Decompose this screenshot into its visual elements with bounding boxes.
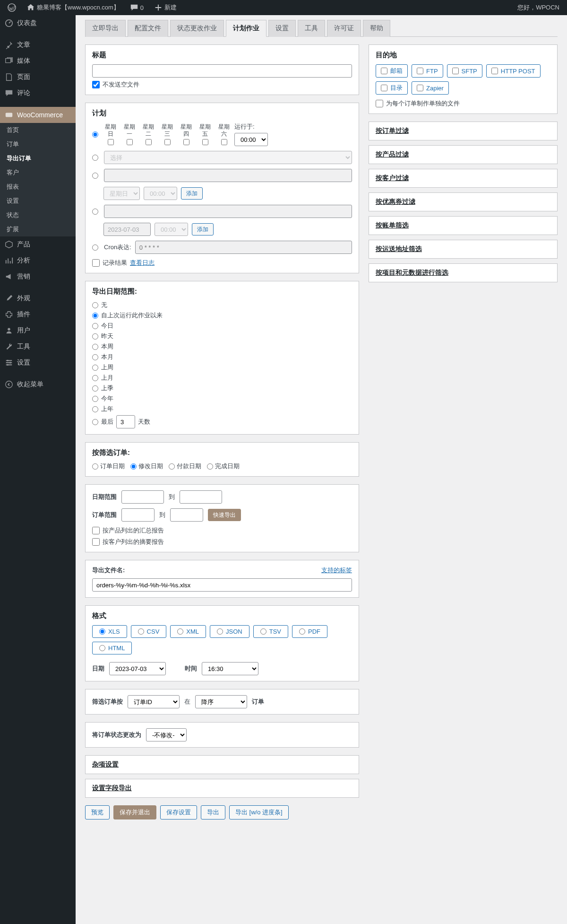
menu-appearance[interactable]: 外观 (0, 290, 76, 306)
save-exit-button[interactable]: 保存并退出 (113, 805, 156, 819)
dr-since-last[interactable]: 自上次运行此作业以来 (92, 311, 352, 320)
dest-sftp[interactable]: SFTP (447, 64, 482, 78)
menu-pages[interactable]: 页面 (0, 69, 76, 85)
sub-status[interactable]: 状态 (0, 208, 76, 222)
site-name[interactable]: 糖果博客【www.wpocn.com】 (23, 0, 123, 15)
sort-dir[interactable]: 降序 (195, 695, 247, 708)
date-to[interactable] (180, 490, 222, 504)
date-input[interactable] (103, 223, 151, 236)
day-0[interactable] (108, 139, 114, 145)
day-2[interactable] (146, 139, 152, 145)
day-6[interactable] (221, 139, 227, 145)
quick-export-button[interactable]: 快速导出 (208, 509, 241, 521)
menu-products[interactable]: 产品 (0, 236, 76, 253)
day-4[interactable] (183, 139, 189, 145)
dest-dir[interactable]: 目录 (376, 81, 408, 95)
view-log-link[interactable]: 查看日志 (130, 259, 155, 267)
new-content[interactable]: 新建 (150, 0, 180, 15)
fields-panel[interactable]: 设置字段导出 (85, 779, 359, 798)
dr-last-n[interactable]: 最后 天数 (92, 415, 352, 428)
date-from[interactable] (121, 490, 164, 504)
export-button[interactable]: 导出 (201, 805, 225, 819)
record-results[interactable]: 记录结果 查看日志 (92, 259, 352, 267)
dr-yesterday[interactable]: 昨天 (92, 332, 352, 340)
filename-input[interactable] (92, 578, 352, 592)
tab-help[interactable]: 帮助 (363, 20, 390, 37)
no-empty-check[interactable]: 不发送空文件 (92, 80, 352, 89)
tab-scheduled-jobs[interactable]: 计划作业 (226, 20, 266, 37)
filter-by-product[interactable]: 按产品过滤 (369, 145, 558, 164)
filter-by-billing[interactable]: 按账单筛选 (369, 216, 558, 235)
dr-last-year[interactable]: 上年 (92, 405, 352, 413)
wp-logo[interactable] (4, 0, 20, 15)
order-from[interactable] (121, 508, 155, 522)
tab-license[interactable]: 许可证 (327, 20, 361, 37)
dr-this-year[interactable]: 今年 (92, 394, 352, 403)
dr-this-week[interactable]: 本周 (92, 342, 352, 351)
order-to[interactable] (170, 508, 203, 522)
menu-media[interactable]: 媒体 (0, 53, 76, 69)
dest-email[interactable]: 邮箱 (376, 64, 408, 78)
filter-by-meta[interactable]: 按项目和元数据进行筛选 (369, 263, 558, 282)
filter-by-coupon[interactable]: 按优惠券过滤 (369, 192, 558, 211)
last-n-input[interactable] (116, 415, 135, 428)
comments-link[interactable]: 0 (126, 0, 147, 15)
date-time[interactable]: 00:00 (155, 223, 188, 236)
sched-weekly-radio[interactable] (92, 131, 98, 138)
weekday-time[interactable]: 00:00 (144, 187, 177, 200)
sched-cron-radio[interactable] (92, 244, 98, 251)
filter-by-order[interactable]: 按订单过滤 (369, 122, 558, 140)
by-customer-check[interactable]: 按客户列出的摘要报告 (92, 538, 352, 546)
fo-paid-date[interactable]: 付款日期 (169, 462, 201, 471)
sub-home[interactable]: 首页 (0, 123, 76, 137)
save-settings-button[interactable]: 保存设置 (160, 805, 197, 819)
fmt-csv[interactable]: CSV (131, 625, 167, 638)
dr-last-week[interactable]: 上周 (92, 363, 352, 372)
run-at-time[interactable]: 00:00 (234, 133, 268, 146)
tab-export-now[interactable]: 立即导出 (85, 20, 126, 37)
filter-by-customer[interactable]: 按客户过滤 (369, 169, 558, 188)
dest-ftp[interactable]: FTP (412, 64, 443, 78)
separate-files-check[interactable]: 为每个订单制作单独的文件 (376, 99, 550, 108)
time-select[interactable]: 16:30 (202, 662, 258, 675)
day-5[interactable] (202, 139, 208, 145)
tab-tools[interactable]: 工具 (298, 20, 325, 37)
fo-order-date[interactable]: 订单日期 (92, 462, 125, 471)
dr-today[interactable]: 今日 (92, 322, 352, 330)
menu-collapse[interactable]: 收起菜单 (0, 376, 76, 392)
menu-posts[interactable]: 文章 (0, 37, 76, 53)
sched-select-radio[interactable] (92, 155, 98, 161)
menu-marketing[interactable]: 营销 (0, 269, 76, 285)
day-1[interactable] (127, 139, 133, 145)
sub-settings[interactable]: 设置 (0, 194, 76, 208)
export-noprog-button[interactable]: 导出 [w/o 进度条] (229, 805, 289, 819)
sub-orders[interactable]: 订单 (0, 137, 76, 151)
menu-plugins[interactable]: 插件 (0, 306, 76, 323)
sched-select[interactable]: 选择 (104, 151, 352, 164)
fmt-json[interactable]: JSON (210, 625, 249, 638)
tab-profiles[interactable]: 配置文件 (128, 20, 168, 37)
menu-woocommerce[interactable]: WooCommerce (0, 107, 76, 123)
tags-link[interactable]: 支持的标签 (321, 566, 352, 575)
sched-date-input[interactable] (104, 205, 352, 218)
filter-by-shipping[interactable]: 按运送地址筛选 (369, 240, 558, 259)
cron-input[interactable] (135, 241, 352, 254)
sched-weekday-radio[interactable] (92, 173, 98, 179)
date-add[interactable]: 添加 (192, 223, 214, 235)
menu-analytics[interactable]: 分析 (0, 253, 76, 269)
dr-this-month[interactable]: 本月 (92, 353, 352, 361)
menu-settings[interactable]: 设置 (0, 355, 76, 371)
fmt-tsv[interactable]: TSV (253, 625, 288, 638)
sched-date-radio[interactable] (92, 209, 98, 215)
weekday-add[interactable]: 添加 (181, 187, 203, 200)
dest-zapier[interactable]: Zapier (412, 81, 449, 95)
misc-panel[interactable]: 杂项设置 (85, 755, 359, 774)
menu-comments[interactable]: 评论 (0, 85, 76, 101)
dr-last-month[interactable]: 上月 (92, 374, 352, 382)
title-input[interactable] (92, 64, 352, 78)
fmt-xml[interactable]: XML (170, 625, 206, 638)
fmt-pdf[interactable]: PDF (292, 625, 327, 638)
menu-users[interactable]: 用户 (0, 323, 76, 339)
fo-mod-date[interactable]: 修改日期 (130, 462, 163, 471)
menu-dashboard[interactable]: 仪表盘 (0, 15, 76, 31)
